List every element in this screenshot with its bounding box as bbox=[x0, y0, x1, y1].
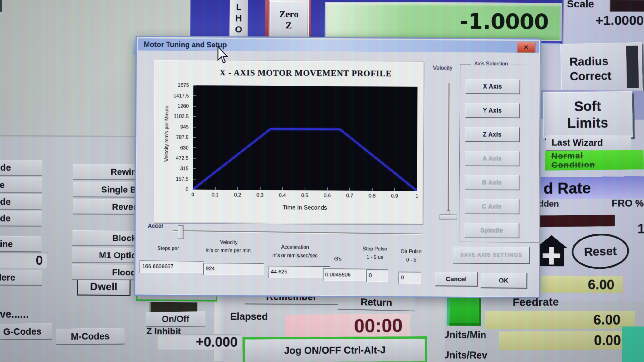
field-input-dir-pulse[interactable]: 0 bbox=[398, 272, 421, 284]
axis-selection-title: Axis Selection bbox=[471, 60, 511, 67]
axis-button-b-axis[interactable]: B Axis bbox=[465, 175, 520, 191]
fro-progress-bar[interactable] bbox=[539, 215, 615, 227]
feedrate-dro[interactable]: 6.00 bbox=[485, 311, 635, 329]
left-edge-button[interactable]: ile bbox=[0, 177, 42, 194]
jog-label: Jog ON/OFF Ctrl-Alt-J bbox=[284, 345, 386, 356]
elapsed-value: 00:00 bbox=[354, 314, 403, 337]
y-tick-label: 630 bbox=[180, 145, 188, 151]
here-label: Here bbox=[0, 272, 15, 283]
axis-button-c-axis[interactable]: C Axis bbox=[465, 199, 520, 214]
return-label: Return bbox=[360, 296, 392, 308]
reset-label: Reset bbox=[584, 244, 617, 259]
covered-button-m1-optic[interactable]: M1 Optic bbox=[72, 248, 139, 263]
motor-profile-chart-panel: X - AXIS MOTOR MOVEMENT PROFILE Velocity… bbox=[153, 60, 424, 224]
here-button[interactable]: Here bbox=[0, 270, 42, 286]
y-tick-label: 1575 bbox=[178, 82, 189, 88]
x-dro-value: -1.0000 bbox=[460, 9, 549, 34]
covered-button-rewin[interactable]: Rewin bbox=[73, 164, 140, 180]
axis-button-y-axis[interactable]: Y Axis bbox=[465, 103, 520, 118]
x-tick-label: 1 bbox=[416, 193, 418, 199]
y-tick-label: 787.5 bbox=[176, 134, 189, 140]
save-axis-settings-button[interactable]: SAVE AXIS SETTINGS bbox=[453, 247, 530, 264]
covered-button-flood[interactable]: Flood bbox=[72, 264, 139, 280]
axis-selection-group: Axis Selection X AxisY AxisZ AxisA AxisB… bbox=[459, 64, 541, 243]
normal-label: Normal bbox=[551, 151, 583, 161]
x-tick-label: 0 bbox=[191, 192, 194, 198]
field-label: 0 - 5 bbox=[406, 257, 417, 263]
dialog-title: Motor Tuning and Setup bbox=[144, 40, 227, 49]
soft-limits-button[interactable]: Soft Limits bbox=[543, 91, 633, 138]
green-led-button[interactable] bbox=[447, 295, 481, 326]
feed-rate-dro[interactable]: 6.00 bbox=[541, 276, 623, 293]
left-edge-button[interactable]: ode bbox=[0, 160, 42, 176]
velocity-slider-track[interactable] bbox=[448, 83, 450, 217]
corner-block bbox=[0, 0, 2, 12]
velocity-slider-thumb[interactable] bbox=[440, 215, 457, 220]
last-wizard-button[interactable]: Last Wizard bbox=[546, 135, 631, 152]
zero-z-label: Zero bbox=[279, 8, 299, 20]
close-button[interactable]: ✕ bbox=[517, 41, 536, 53]
y-tick-label: 0 bbox=[186, 187, 188, 192]
zero-z-letter: Z bbox=[286, 20, 292, 31]
covered-button-single-b[interactable]: Single B bbox=[73, 182, 140, 198]
velocity-profile-plot bbox=[193, 85, 418, 191]
x-axis-label: Time in Seconds bbox=[193, 203, 417, 212]
field-label: In's or mm's per min. bbox=[205, 248, 252, 253]
jog-on-off-button[interactable]: Jog ON/OFF Ctrl-Alt-J bbox=[243, 336, 427, 362]
velocity-profile-line bbox=[193, 128, 417, 191]
dwell-button[interactable]: Dwell bbox=[77, 278, 130, 296]
field-label: in's or mm's/sec/sec bbox=[272, 253, 318, 258]
covered-button-rever[interactable]: Rever bbox=[73, 199, 140, 215]
units-min-dro[interactable]: 0.00 bbox=[499, 331, 636, 350]
axis-button-x-axis[interactable]: X Axis bbox=[465, 79, 520, 94]
covered-button-block[interactable]: Block bbox=[72, 230, 139, 246]
axis-button-z-axis[interactable]: Z Axis bbox=[465, 127, 520, 142]
vertical-letter: L bbox=[236, 1, 242, 12]
accel-slider-label: Accel bbox=[148, 223, 163, 229]
close-icon: ✕ bbox=[524, 44, 529, 51]
field-label: Step Pulse bbox=[363, 246, 387, 252]
feed-rate-header: d Rate bbox=[527, 176, 644, 199]
on-off-button[interactable]: On/Off bbox=[146, 311, 205, 327]
mouse-cursor bbox=[217, 46, 231, 65]
field-label: Dir Pulse bbox=[401, 249, 422, 255]
units-rev-label: Units/Rev bbox=[442, 350, 487, 361]
field-input-step-pulse[interactable]: 0 bbox=[366, 269, 388, 282]
g-codes-button[interactable]: G-Codes bbox=[0, 323, 52, 340]
ok-label: OK bbox=[499, 277, 509, 284]
radius-correct-indicator bbox=[626, 46, 639, 88]
axis-button-a-axis[interactable]: A Axis bbox=[465, 151, 520, 167]
field-input-velocity[interactable]: 924 bbox=[203, 263, 264, 275]
cancel-button[interactable]: Cancel bbox=[435, 272, 478, 287]
motor-tuning-dialog: Motor Tuning and Setup ✕ X - AXIS MOTOR … bbox=[134, 36, 541, 298]
scale-dro[interactable]: +1.0000 bbox=[566, 12, 644, 28]
zero-z-button[interactable]: Zero Z bbox=[269, 0, 309, 39]
y-tick-label: 315 bbox=[180, 166, 188, 171]
x-tick-label: 0.5 bbox=[301, 193, 309, 198]
axis-button-spindle[interactable]: Spindle bbox=[464, 223, 519, 238]
field-input-g-s[interactable]: 0.0045506 bbox=[323, 268, 372, 281]
g-codes-label: G-Codes bbox=[3, 326, 41, 337]
z-inhibit-dro[interactable]: +0.000 bbox=[157, 334, 242, 350]
field-label: Velocity bbox=[220, 239, 237, 245]
elapsed-label: Elapsed bbox=[230, 311, 268, 322]
accel-slider-track[interactable] bbox=[173, 230, 422, 234]
field-input-acceleration[interactable]: 44.625 bbox=[268, 266, 330, 278]
vertical-label-button[interactable]: LHO bbox=[229, 0, 248, 41]
line-button[interactable]: Line bbox=[0, 236, 41, 253]
ok-button[interactable]: OK bbox=[481, 273, 527, 289]
feedrate-value: 6.00 bbox=[593, 312, 621, 328]
left-edge-button[interactable]: ode bbox=[0, 194, 42, 210]
normal-condition-indicator: Normal Condition bbox=[545, 150, 644, 170]
soft-label: Soft bbox=[574, 98, 601, 115]
radius-correct-button[interactable]: Radius Correct bbox=[560, 42, 643, 95]
x-axis-dro[interactable]: -1.0000 bbox=[325, 2, 562, 41]
field-input-steps-per[interactable]: 166.6666667 bbox=[139, 261, 204, 273]
x-tick-label: 0.8 bbox=[368, 193, 376, 199]
last-wizard-label: Last Wizard bbox=[551, 137, 603, 148]
dialog-title-bar[interactable]: Motor Tuning and Setup bbox=[138, 38, 539, 53]
left-edge-button[interactable]: ode bbox=[0, 211, 42, 227]
m-codes-button[interactable]: M-Codes bbox=[56, 328, 125, 345]
accel-slider-thumb[interactable] bbox=[178, 225, 183, 239]
y-tick-label: 472.5 bbox=[176, 155, 189, 161]
